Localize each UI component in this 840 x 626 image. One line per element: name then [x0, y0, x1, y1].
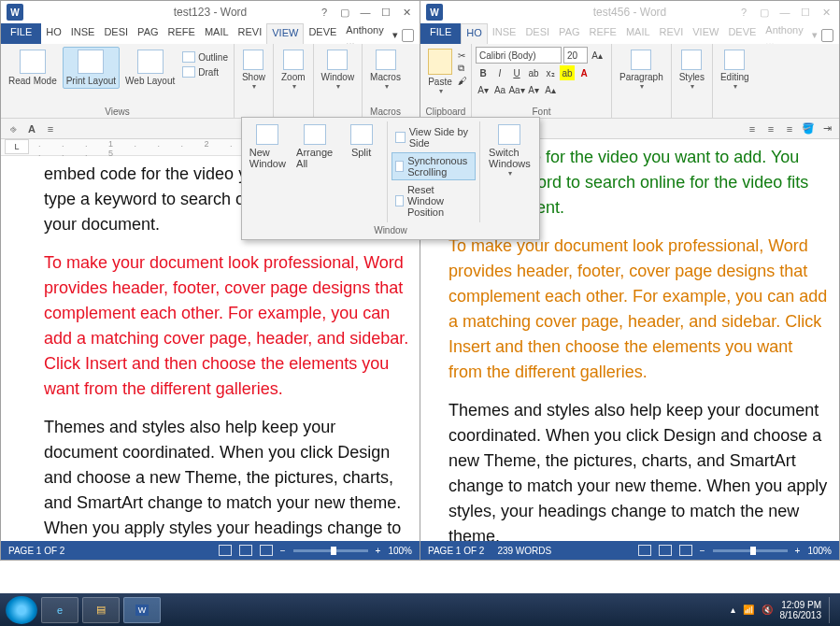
tab-review[interactable]: REVI	[234, 23, 267, 44]
zoom-value[interactable]: 100%	[388, 546, 412, 556]
file-tab[interactable]: FILE	[420, 23, 461, 44]
new-window-button[interactable]: New Window	[246, 121, 290, 172]
view-mode-2-icon[interactable]	[659, 545, 672, 556]
zoom-in-icon[interactable]: +	[795, 546, 801, 556]
view-mode-3-icon[interactable]	[260, 545, 273, 556]
tab-mail[interactable]: MAIL	[200, 23, 234, 44]
view-mode-2-icon[interactable]	[239, 545, 252, 556]
zoom-slider[interactable]	[713, 549, 788, 552]
font-name-select[interactable]: Calibri (Body)	[476, 47, 562, 64]
tab-dev[interactable]: DEVE	[723, 23, 761, 44]
italic-icon[interactable]: I	[492, 65, 507, 80]
tab-insert[interactable]: INSE	[488, 23, 521, 44]
split-button[interactable]: Split	[340, 121, 383, 161]
zoom-button[interactable]: Zoom	[278, 47, 309, 93]
view-mode-3-icon[interactable]	[679, 545, 692, 556]
font-color-icon[interactable]: A	[577, 65, 591, 80]
help-icon[interactable]: ?	[315, 5, 334, 20]
ie-taskbar-button[interactable]: e	[41, 597, 78, 623]
view-side-by-side-button[interactable]: View Side by Side	[392, 123, 476, 151]
maximize-icon[interactable]: ☐	[796, 5, 815, 20]
page-status[interactable]: PAGE 1 OF 2	[8, 546, 64, 556]
paragraph-button[interactable]: Paragraph	[616, 47, 667, 93]
shrink-font-icon[interactable]: A▾	[526, 82, 541, 97]
paste-button[interactable]: Paste	[424, 47, 456, 97]
minimize-icon[interactable]: —	[776, 5, 794, 20]
align-2-icon[interactable]: ≡	[764, 122, 777, 135]
grow-font2-icon[interactable]: A▴	[543, 82, 558, 97]
zoom-out-icon[interactable]: −	[700, 546, 705, 556]
macros-button[interactable]: Macros	[366, 47, 405, 93]
tab-refs[interactable]: REFE	[164, 23, 200, 44]
strike-icon[interactable]: ab	[526, 65, 541, 80]
tab-design[interactable]: DESI	[99, 23, 133, 44]
cut-icon[interactable]: ✂	[458, 50, 467, 61]
tab-page[interactable]: PAG	[554, 23, 584, 44]
zoom-value[interactable]: 100%	[807, 546, 832, 556]
tab-selector[interactable]: L	[5, 139, 29, 154]
paint-icon[interactable]: 🪣	[802, 122, 815, 135]
switch-windows-button[interactable]: Switch Windows	[484, 121, 535, 180]
web-layout-button[interactable]: Web Layout	[121, 47, 178, 89]
align-3-icon[interactable]: ≡	[783, 122, 796, 135]
word-taskbar-button[interactable]: W	[123, 597, 161, 623]
window-button[interactable]: Window	[318, 47, 359, 93]
volume-icon[interactable]: 🔇	[762, 605, 773, 615]
ribbon-collapse-icon[interactable]: ▢	[755, 5, 774, 20]
start-button[interactable]	[6, 596, 37, 624]
arrange-all-button[interactable]: Arrange All	[293, 121, 336, 172]
explorer-taskbar-button[interactable]: ▤	[82, 597, 120, 623]
editing-button[interactable]: Editing	[717, 47, 753, 93]
page-break-icon[interactable]: ⎆	[7, 122, 20, 135]
copy-icon[interactable]: ⧉	[458, 63, 467, 74]
tab-home[interactable]: HO	[41, 23, 66, 44]
zoom-out-icon[interactable]: −	[280, 546, 286, 556]
minimize-icon[interactable]: —	[356, 5, 375, 20]
grow-font-icon[interactable]: A▴	[590, 48, 605, 63]
styles-button[interactable]: Styles	[676, 47, 708, 93]
show-desktop-button[interactable]	[829, 597, 834, 623]
maximize-icon[interactable]: ☐	[377, 5, 395, 20]
align-left-icon[interactable]: ≡	[44, 122, 57, 135]
bold-icon[interactable]: B	[476, 65, 491, 80]
indent-icon[interactable]: ⇥	[820, 122, 833, 135]
tab-insert[interactable]: INSE	[66, 23, 100, 44]
synchronous-scrolling-button[interactable]: Synchronous Scrolling	[392, 152, 476, 180]
format-painter-icon[interactable]: 🖌	[458, 76, 467, 86]
tab-refs[interactable]: REFE	[585, 23, 621, 44]
align-1-icon[interactable]: ≡	[746, 122, 759, 135]
account-user[interactable]: Anthony ...▾	[341, 23, 420, 44]
highlight-icon[interactable]: ab	[560, 65, 575, 80]
read-mode-button[interactable]: Read Mode	[5, 47, 61, 89]
tab-review[interactable]: REVI	[655, 23, 689, 44]
tab-mail[interactable]: MAIL	[621, 23, 655, 44]
zoom-slider[interactable]	[293, 549, 368, 552]
reset-window-position-button[interactable]: Reset Window Position	[392, 181, 476, 221]
ribbon-collapse-icon[interactable]: ▢	[335, 5, 354, 20]
view-mode-1-icon[interactable]	[219, 545, 232, 556]
tray-up-icon[interactable]: ▴	[731, 605, 735, 615]
text-effects-icon[interactable]: A▾	[476, 82, 491, 97]
account-user[interactable]: Anthony ...▾	[761, 23, 839, 44]
network-icon[interactable]: 📶	[743, 605, 754, 615]
draft-button[interactable]: Draft	[180, 65, 230, 78]
tab-page[interactable]: PAG	[133, 23, 163, 44]
file-tab[interactable]: FILE	[1, 23, 41, 44]
subscript-icon[interactable]: x₂	[543, 65, 558, 80]
zoom-in-icon[interactable]: +	[376, 546, 381, 556]
tab-dev[interactable]: DEVE	[304, 23, 341, 44]
page-status[interactable]: PAGE 1 OF 2	[428, 546, 484, 556]
word-count[interactable]: 239 WORDS	[497, 546, 551, 556]
outline-button[interactable]: Outline	[180, 50, 230, 64]
tab-view[interactable]: VIEW	[266, 23, 304, 44]
tab-home[interactable]: HO	[461, 23, 488, 44]
show-button[interactable]: Show	[238, 47, 269, 93]
tab-view[interactable]: VIEW	[688, 23, 723, 44]
font-size-select[interactable]: 20	[563, 47, 588, 64]
clear-format-icon[interactable]: Aa	[492, 82, 507, 97]
print-layout-button[interactable]: Print Layout	[63, 47, 120, 89]
close-icon[interactable]: ✕	[817, 5, 835, 20]
underline-icon[interactable]: U	[509, 65, 524, 80]
change-case-icon[interactable]: Aa▾	[509, 82, 524, 97]
help-icon[interactable]: ?	[734, 5, 753, 20]
